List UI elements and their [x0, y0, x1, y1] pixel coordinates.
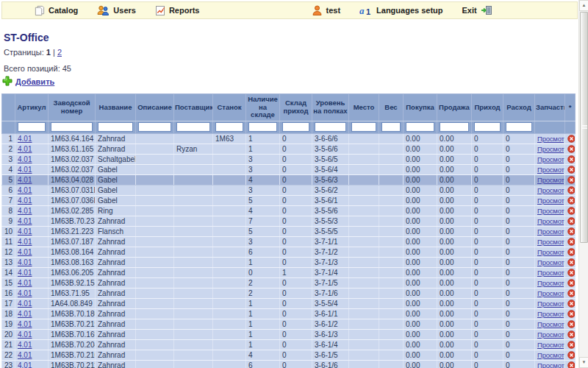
- filter-input-supplier[interactable]: [176, 122, 210, 132]
- artikul-link[interactable]: 4.01: [18, 145, 32, 153]
- scroll-up-button[interactable]: ▲: [579, 0, 588, 11]
- artikul-link[interactable]: 4.01: [18, 341, 32, 349]
- view-link[interactable]: Просмотр: [537, 310, 565, 318]
- delete-icon[interactable]: [567, 238, 576, 246]
- filter-input-expense[interactable]: [506, 122, 532, 132]
- scrollbar-thumb[interactable]: [580, 12, 588, 243]
- delete-icon[interactable]: [567, 279, 576, 287]
- delete-icon[interactable]: [567, 227, 576, 236]
- delete-icon[interactable]: [567, 186, 576, 194]
- artikul-link[interactable]: 4.01: [18, 279, 32, 287]
- filter-input-name[interactable]: [98, 122, 133, 132]
- filter-input-factory-number[interactable]: [51, 122, 93, 132]
- toolbar-item-catalog[interactable]: Catalog: [24, 5, 87, 16]
- add-button[interactable]: Добавить: [15, 77, 54, 86]
- delete-icon[interactable]: [567, 269, 576, 277]
- delete-icon[interactable]: [567, 248, 576, 256]
- filter-input-stock[interactable]: [248, 122, 277, 132]
- filter-input-weight[interactable]: [381, 122, 401, 132]
- view-link[interactable]: Просмотр: [537, 176, 565, 184]
- artikul-link[interactable]: 4.01: [18, 258, 32, 266]
- cell-warehouse-incoming: 0: [280, 319, 312, 329]
- view-link[interactable]: Просмотр: [537, 217, 565, 225]
- toolbar-item-reports[interactable]: Reports: [146, 5, 209, 16]
- delete-icon[interactable]: [567, 166, 576, 174]
- cell-expense: 0: [503, 319, 535, 329]
- filter-input-purchase[interactable]: [406, 122, 434, 132]
- artikul-link[interactable]: 4.01: [18, 310, 32, 318]
- artikul-link[interactable]: 4.01: [18, 289, 32, 297]
- delete-icon[interactable]: [567, 341, 576, 349]
- filter-input-description[interactable]: [138, 122, 171, 132]
- view-link[interactable]: Просмотр: [537, 238, 565, 246]
- artikul-link[interactable]: 4.01: [18, 176, 32, 184]
- delete-icon[interactable]: [567, 155, 576, 163]
- delete-icon[interactable]: [567, 300, 576, 308]
- view-link[interactable]: Просмотр: [537, 330, 565, 339]
- vertical-scrollbar[interactable]: ▲ ▼: [578, 0, 588, 368]
- view-link[interactable]: Просмотр: [537, 279, 565, 287]
- artikul-link[interactable]: 4.01: [18, 186, 32, 194]
- artikul-link[interactable]: 4.01: [18, 361, 32, 368]
- artikul-link[interactable]: 4.01: [18, 207, 32, 215]
- toolbar-item-languages-setup[interactable]: a1Languages setup: [350, 5, 452, 15]
- view-link[interactable]: Просмотр: [537, 166, 565, 174]
- filter-input-shelf-level[interactable]: [315, 122, 346, 132]
- toolbar-item-test[interactable]: test: [303, 5, 350, 15]
- delete-icon[interactable]: [567, 351, 576, 359]
- view-link[interactable]: Просмотр: [537, 227, 565, 236]
- filter-input-income[interactable]: [474, 122, 501, 132]
- delete-icon[interactable]: [567, 330, 576, 339]
- artikul-link[interactable]: 4.01: [18, 135, 32, 143]
- view-link[interactable]: Просмотр: [537, 351, 565, 359]
- view-link[interactable]: Просмотр: [537, 258, 565, 266]
- artikul-link[interactable]: 4.01: [18, 330, 32, 339]
- delete-icon[interactable]: [567, 176, 576, 184]
- view-link[interactable]: Просмотр: [537, 135, 565, 143]
- view-link[interactable]: Просмотр: [537, 341, 565, 349]
- filter-input-warehouse-incoming[interactable]: [282, 122, 309, 132]
- artikul-link[interactable]: 4.01: [18, 155, 32, 163]
- artikul-link[interactable]: 4.01: [18, 248, 32, 256]
- artikul-link[interactable]: 4.01: [18, 351, 32, 359]
- view-link[interactable]: Просмотр: [537, 197, 565, 205]
- view-link[interactable]: Просмотр: [537, 145, 565, 153]
- view-link[interactable]: Просмотр: [537, 320, 565, 328]
- filter-input-artikul[interactable]: [18, 122, 46, 132]
- delete-icon[interactable]: [567, 145, 576, 153]
- view-link[interactable]: Просмотр: [537, 300, 565, 308]
- delete-icon[interactable]: [567, 197, 576, 205]
- view-link[interactable]: Просмотр: [537, 155, 565, 163]
- filter-input-place[interactable]: [351, 122, 376, 132]
- view-link[interactable]: Просмотр: [537, 361, 565, 368]
- artikul-link[interactable]: 4.01: [18, 300, 32, 308]
- artikul-link[interactable]: 4.01: [18, 227, 32, 236]
- toolbar-item-users[interactable]: Users: [87, 5, 146, 15]
- view-link[interactable]: Просмотр: [537, 207, 565, 215]
- toolbar-item-exit[interactable]: Exit: [453, 5, 502, 15]
- view-link[interactable]: Просмотр: [537, 269, 565, 277]
- artikul-link[interactable]: 4.01: [18, 197, 32, 205]
- artikul-link[interactable]: 4.01: [18, 217, 32, 225]
- artikul-link[interactable]: 4.01: [18, 269, 32, 277]
- cell-place: [349, 267, 379, 277]
- delete-icon[interactable]: [567, 320, 576, 328]
- page-link-2[interactable]: 2: [57, 48, 62, 57]
- delete-icon[interactable]: [567, 361, 576, 368]
- delete-icon[interactable]: [567, 310, 576, 318]
- view-link[interactable]: Просмотр: [537, 289, 565, 297]
- cell-description: [136, 319, 174, 329]
- delete-icon[interactable]: [567, 258, 576, 266]
- artikul-link[interactable]: 4.01: [18, 320, 32, 328]
- view-link[interactable]: Просмотр: [537, 248, 565, 256]
- filter-input-sale[interactable]: [440, 122, 469, 132]
- scroll-down-button[interactable]: ▼: [579, 357, 588, 368]
- artikul-link[interactable]: 4.01: [18, 166, 32, 174]
- delete-icon[interactable]: [567, 217, 576, 225]
- filter-input-machine[interactable]: [215, 122, 243, 132]
- delete-icon[interactable]: [567, 207, 576, 215]
- artikul-link[interactable]: 4.01: [18, 238, 32, 246]
- view-link[interactable]: Просмотр: [537, 186, 565, 194]
- delete-icon[interactable]: [567, 289, 576, 297]
- delete-icon[interactable]: [567, 135, 576, 143]
